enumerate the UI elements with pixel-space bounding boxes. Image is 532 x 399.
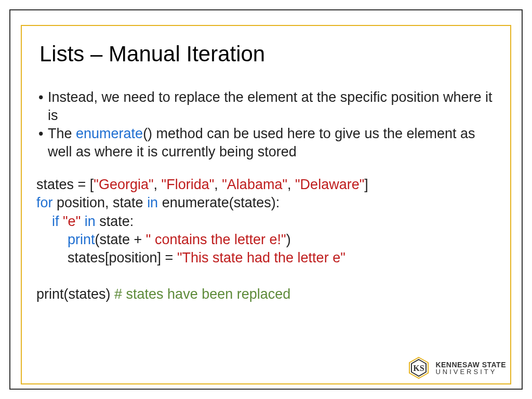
string-literal: " contains the letter e!"	[146, 232, 286, 247]
slide-title: Lists – Manual Iteration	[39, 42, 501, 66]
logo-line1: KENNESAW STATE	[435, 361, 506, 368]
code-text: ,	[287, 177, 295, 192]
bullet-item: The enumerate() method can be used here …	[39, 125, 501, 161]
bullet-text: Instead, we need to replace the element …	[48, 89, 493, 123]
code-text: states[position] =	[68, 250, 177, 265]
code-text: position, state	[53, 195, 148, 210]
keyword: in	[85, 214, 96, 229]
code-text: ]	[364, 177, 368, 192]
svg-text:KS: KS	[414, 364, 424, 373]
string-literal: "e"	[63, 214, 85, 229]
keyword-enumerate: enumerate	[76, 126, 143, 141]
code-text: (state +	[95, 232, 146, 247]
code-text	[36, 250, 68, 265]
string-literal: "Georgia"	[94, 177, 153, 192]
bullet-list: Instead, we need to replace the element …	[39, 88, 501, 161]
code-text	[36, 232, 68, 247]
code-text	[36, 214, 52, 229]
code-text: enumerate(states):	[158, 195, 280, 210]
logo-text: KENNESAW STATE UNIVERSITY	[435, 361, 506, 375]
keyword: print	[68, 232, 95, 247]
code-text: states = [	[36, 177, 94, 192]
code-text: print(states)	[36, 286, 114, 302]
slide-content: Lists – Manual Iteration Instead, we nee…	[39, 42, 501, 303]
string-literal: "Florida"	[162, 177, 215, 192]
code-text: ,	[214, 177, 222, 192]
code-block: states = ["Georgia", "Florida", "Alabama…	[36, 176, 501, 303]
keyword: in	[147, 195, 158, 210]
university-logo: KS KENNESAW STATE UNIVERSITY	[407, 356, 506, 379]
ksu-logo-icon: KS	[407, 356, 430, 379]
keyword: if	[52, 214, 63, 229]
bullet-item: Instead, we need to replace the element …	[39, 88, 501, 125]
logo-line2: UNIVERSITY	[435, 368, 506, 375]
code-text: ,	[154, 177, 162, 192]
string-literal: "Delaware"	[295, 177, 364, 192]
code-text: state:	[96, 214, 134, 229]
bullet-text: The	[48, 126, 76, 141]
keyword: for	[36, 195, 53, 210]
string-literal: "This state had the letter e"	[177, 250, 345, 265]
comment: # states have been replaced	[114, 286, 290, 302]
code-text: )	[286, 232, 291, 247]
string-literal: "Alabama"	[222, 177, 287, 192]
